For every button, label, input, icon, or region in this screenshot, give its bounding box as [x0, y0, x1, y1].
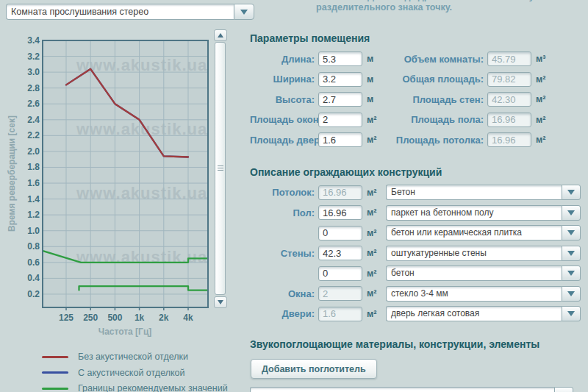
- material-select[interactable]: паркет на бетонном полу: [386, 205, 581, 221]
- scroll-down-button[interactable]: [214, 296, 227, 308]
- construction-area-input: [318, 185, 362, 200]
- construction-row: м²бетон или керамическая плитка: [250, 225, 581, 240]
- material-select-value[interactable]: Бетон: [386, 185, 562, 200]
- construction-area-input[interactable]: [318, 266, 362, 281]
- room-preset-dropdown-button[interactable]: [234, 4, 254, 20]
- construction-area-input[interactable]: [318, 205, 362, 220]
- x-tick-label: 250: [83, 313, 98, 323]
- construction-area-input: [318, 286, 362, 301]
- material-select-value[interactable]: дверь легкая сотовая: [386, 306, 562, 321]
- param-label: Высота:: [250, 94, 318, 105]
- y-tick-label: 0.6: [27, 257, 40, 268]
- param-label: Площадь потолка:: [382, 135, 487, 146]
- params-column-right: Объем комнаты:м³Общая площадь:м²Площадь …: [382, 51, 562, 153]
- material-select[interactable]: стекло 3-4 мм: [386, 286, 581, 302]
- material-select[interactable]: оштукатуренные стены: [386, 246, 581, 261]
- y-tick-label: 1.8: [27, 162, 40, 172]
- param-label: Площадь пола:: [382, 114, 487, 125]
- legend-label: Без акустической отделки: [78, 352, 188, 362]
- param-label: Общая площадь:: [382, 74, 487, 85]
- material-dropdown-button[interactable]: [562, 246, 581, 261]
- construction-row: м²бетон: [250, 266, 581, 281]
- params-column-left: Длина:мШирина:мВысота:мПлощадь окон:м²Пл…: [250, 51, 390, 153]
- add-absorber-button[interactable]: Добавить поглотитель: [251, 359, 377, 379]
- param-row: Площадь дверей:м²: [250, 132, 390, 147]
- material-select[interactable]: бетон: [386, 266, 581, 281]
- watermark-text: www.akustik.ua: [76, 248, 207, 266]
- material-dropdown-button[interactable]: [562, 225, 581, 240]
- material-select-value[interactable]: стекло 3-4 мм: [386, 286, 562, 302]
- y-tick-label: 0.8: [27, 241, 40, 252]
- param-label: Длина:: [250, 54, 318, 65]
- material-select-value[interactable]: бетон: [386, 266, 562, 281]
- absorber-partial-field[interactable]: [250, 387, 554, 392]
- material-dropdown-button[interactable]: [562, 306, 581, 321]
- chevron-down-icon: [567, 271, 575, 276]
- y-tick-label: 3.2: [27, 51, 40, 62]
- chevron-down-icon: [567, 291, 575, 296]
- room-preset-value[interactable]: Комната прослушивания стерео: [6, 4, 234, 20]
- construction-row: Стены:м²оштукатуренные стены: [250, 246, 581, 261]
- chart-legend: Без акустической отделкиС акустической о…: [42, 352, 228, 392]
- param-input[interactable]: [318, 72, 362, 87]
- material-dropdown-button[interactable]: [562, 185, 581, 200]
- material-dropdown-button[interactable]: [562, 205, 581, 221]
- param-row: Площадь стен:м²: [382, 92, 562, 107]
- param-input: [487, 51, 531, 66]
- params-heading: Параметры помещения: [250, 32, 370, 44]
- scroll-thumb[interactable]: [215, 42, 226, 295]
- material-select[interactable]: Бетон: [386, 185, 581, 200]
- absorber-row-partial[interactable]: [250, 387, 573, 392]
- unit-label: м²: [367, 228, 383, 238]
- unit-label: м²: [536, 94, 545, 104]
- param-input[interactable]: [318, 92, 362, 107]
- decimal-notice-line2: разделительного знака точку.: [316, 1, 452, 13]
- x-tick-label: 500: [107, 313, 122, 323]
- construction-area-input: [318, 307, 362, 321]
- unit-label: м: [367, 74, 373, 85]
- material-select[interactable]: бетон или керамическая плитка: [386, 225, 581, 240]
- construction-label: Пол:: [250, 207, 318, 218]
- y-tick-label: 2.4: [27, 115, 40, 125]
- scroll-grip-icon: [218, 165, 223, 171]
- material-select[interactable]: дверь легкая сотовая: [386, 306, 581, 321]
- material-select-value[interactable]: оштукатуренные стены: [386, 246, 562, 261]
- param-row: Ширина:м: [250, 72, 390, 87]
- param-input: [487, 113, 531, 127]
- y-tick-label: 1.6: [27, 178, 40, 188]
- unit-label: м²: [367, 268, 383, 279]
- unit-label: м²: [367, 135, 376, 145]
- room-preset-select[interactable]: Комната прослушивания стерео: [6, 4, 254, 20]
- material-dropdown-button[interactable]: [562, 286, 581, 302]
- construction-row: Двери:м²дверь легкая сотовая: [250, 306, 581, 321]
- param-input: [487, 72, 531, 87]
- material-select-value[interactable]: паркет на бетонном полу: [386, 205, 562, 221]
- y-tick-label: 2.0: [27, 146, 40, 157]
- unit-label: м³: [536, 54, 545, 64]
- construction-row: Окна:м²стекло 3-4 мм: [250, 286, 581, 302]
- scroll-up-button[interactable]: [214, 29, 227, 41]
- y-tick-label: 1.2: [27, 210, 40, 220]
- arrow-down-icon: [218, 300, 223, 304]
- chevron-down-icon: [567, 190, 575, 195]
- param-row: Общая площадь:м²: [382, 72, 562, 87]
- legend-label: Границы рекомендуемых значений: [78, 383, 228, 392]
- material-select-value[interactable]: бетон или керамическая плитка: [386, 225, 562, 240]
- y-tick-label: 2.6: [27, 99, 40, 109]
- construction-area-input[interactable]: [318, 226, 362, 240]
- unit-label: м: [367, 94, 373, 104]
- chart-scrollbar[interactable]: [214, 29, 227, 309]
- unit-label: м²: [367, 248, 383, 258]
- param-input[interactable]: [318, 51, 362, 66]
- param-input[interactable]: [318, 132, 362, 147]
- absorber-partial-dropdown-button[interactable]: [554, 387, 573, 392]
- unit-label: м²: [536, 74, 545, 85]
- watermark-text: www.akustik.ua: [76, 56, 207, 74]
- unit-label: м²: [536, 115, 545, 125]
- legend-label: С акустической отделкой: [78, 368, 185, 378]
- y-tick-label: 0.2: [27, 289, 40, 299]
- param-input[interactable]: [318, 113, 362, 127]
- material-dropdown-button[interactable]: [562, 266, 581, 281]
- param-row: Длина:м: [250, 51, 390, 66]
- construction-area-input[interactable]: [318, 246, 362, 260]
